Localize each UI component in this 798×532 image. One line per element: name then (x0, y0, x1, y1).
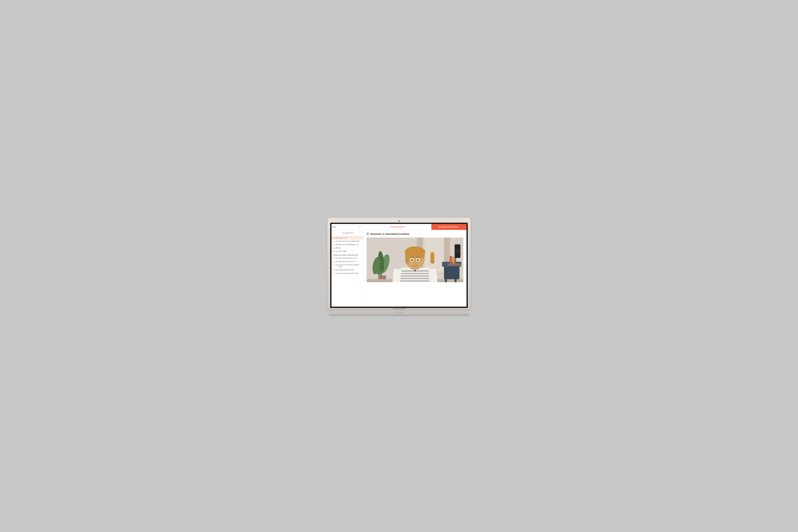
sidebar-item-b2b[interactable]: B2B vs B2C vs B2D markets (8:38) (331, 240, 363, 243)
progress-bar (334, 235, 361, 235)
lecture-title: Domestic vs international markets (367, 232, 463, 235)
sidebar-item-reflect[interactable]: Time to reflect ✓ (331, 250, 363, 253)
macbook-notch (393, 308, 405, 309)
incomplete-circle-icon (333, 273, 335, 274)
sidebar-item-intro-primary[interactable]: Intro to primary research (1:31) (331, 256, 363, 260)
brand-logo: bc (334, 226, 336, 228)
incomplete-circle-icon (333, 247, 335, 249)
item-content: B2B vs B2C vs B2D markets (8:38) (336, 240, 359, 242)
sidebar-item-markets[interactable]: markets (7:14) (331, 236, 363, 240)
svg-rect-26 (400, 276, 430, 277)
lines-icon (336, 251, 338, 252)
screen: bc ‹ Previous Lecture Complete and Conti… (331, 224, 467, 307)
sidebar-item-exam[interactable]: Exam (331, 246, 363, 250)
sidebar-item-exploratory[interactable]: Exploratory vs specific (2:11) (331, 260, 363, 263)
svg-point-22 (455, 249, 460, 253)
svg-rect-27 (400, 278, 430, 279)
progress-container: 0% COMPLETE (331, 230, 363, 236)
progress-percent: 0% (342, 232, 344, 234)
sidebar-item-key-takeaways[interactable]: Module #1 | Key takeaways (1:31) (331, 243, 363, 246)
macbook-foot (329, 313, 469, 315)
svg-rect-13 (444, 266, 459, 279)
macbook: bc ‹ Previous Lecture Complete and Conti… (327, 217, 471, 315)
svg-rect-17 (448, 264, 461, 266)
incomplete-circle-icon (333, 241, 335, 242)
previous-lecture-button[interactable]: ‹ Previous Lecture (363, 224, 431, 230)
incomplete-circle-icon (333, 261, 335, 262)
sidebar-item-pros-cons[interactable]: Pros and cons of primary research (1:19) (331, 263, 363, 268)
item-label: Intro to primary research (1:31) (338, 257, 357, 259)
chevron-left-icon: ‹ (390, 226, 391, 228)
exam-icon (336, 247, 337, 249)
gear-icon[interactable] (359, 226, 361, 228)
item-content: Exploratory vs specific (2:11) (336, 261, 356, 262)
macbook-camera (398, 221, 400, 222)
macbook-base (327, 308, 471, 310)
svg-rect-20 (455, 258, 456, 264)
section-header-primary-research: Primary vs secondary research [30 mins] (331, 253, 363, 256)
item-label: Exploratory vs specific (2:11) (338, 261, 356, 262)
incomplete-circle-icon (333, 258, 335, 259)
svg-rect-36 (431, 252, 434, 264)
scene: bc ‹ Previous Lecture Complete and Conti… (327, 217, 471, 315)
svg-point-0 (360, 227, 360, 227)
sidebar-item-intro-secondary[interactable]: Intro to secondary research (0:58) (331, 272, 363, 275)
video-player[interactable] (367, 238, 463, 282)
item-label: Exam (338, 247, 341, 249)
item-label: Module #1 | Key takeaways (1:31) (338, 244, 359, 246)
item-content: Getting participants (2:56) (336, 269, 354, 271)
incomplete-circle-icon (333, 264, 335, 266)
svg-rect-25 (400, 273, 430, 274)
incomplete-circle-icon (333, 237, 335, 239)
item-content: Intro to primary research (1:31) (336, 257, 357, 259)
main-content: 0% COMPLETE (331, 230, 467, 307)
item-content: Time to reflect ✓ (336, 250, 348, 252)
complete-continue-button[interactable]: Complete and Continue › (431, 224, 467, 230)
video-thumbnail (367, 238, 463, 282)
svg-rect-30 (392, 268, 401, 282)
check-icon: ✓ (347, 250, 348, 252)
svg-rect-38 (405, 254, 424, 258)
progress-label: COMPLETE (344, 232, 353, 234)
svg-point-42 (417, 259, 419, 261)
item-label: markets (7:14) (338, 237, 347, 239)
macbook-lid: bc ‹ Previous Lecture Complete and Conti… (327, 217, 471, 308)
item-label: Intro to secondary research (0:58) (338, 272, 359, 274)
svg-rect-11 (380, 271, 382, 276)
svg-point-43 (414, 270, 416, 271)
chevron-right-icon: › (458, 226, 459, 228)
sidebar: 0% COMPLETE (331, 230, 363, 307)
nav-left: bc (331, 224, 363, 230)
item-label: B2B vs B2C vs B2D markets (8:38) (338, 240, 359, 242)
video-icon (336, 273, 338, 274)
macbook-label: MacBook (327, 311, 471, 313)
screen-bezel: bc ‹ Previous Lecture Complete and Conti… (330, 223, 468, 308)
video-icon (336, 269, 338, 271)
svg-rect-31 (429, 268, 438, 282)
video-icon (336, 241, 338, 242)
video-icon (336, 244, 338, 245)
content-area: Domestic vs international markets (363, 230, 467, 307)
svg-rect-16 (455, 277, 456, 282)
svg-point-41 (411, 259, 413, 261)
video-icon (336, 258, 338, 259)
svg-rect-19 (453, 257, 454, 264)
incomplete-circle-icon (333, 251, 335, 252)
incomplete-circle-icon (333, 269, 335, 271)
item-content: Module #1 | Key takeaways (1:31) (336, 244, 359, 246)
item-label: Pros and cons of primary research (1:19) (338, 264, 362, 267)
sidebar-item-getting-participants[interactable]: Getting participants (2:56) (331, 268, 363, 272)
lecture-heading: Domestic vs international markets (370, 232, 410, 235)
progress-text: 0% COMPLETE (342, 232, 353, 234)
item-content: Pros and cons of primary research (1:19) (336, 264, 362, 267)
top-nav: bc ‹ Previous Lecture Complete and Conti… (331, 224, 467, 230)
item-content: Intro to secondary research (0:58) (336, 272, 359, 274)
video-icon (336, 237, 338, 239)
incomplete-circle-icon (333, 244, 335, 246)
play-icon (367, 232, 369, 235)
video-icon (336, 264, 338, 266)
item-label: Getting participants (2:56) (338, 269, 354, 271)
svg-rect-28 (400, 281, 430, 281)
video-icon (336, 261, 338, 262)
item-label: Time to reflect ✓ (338, 250, 348, 252)
